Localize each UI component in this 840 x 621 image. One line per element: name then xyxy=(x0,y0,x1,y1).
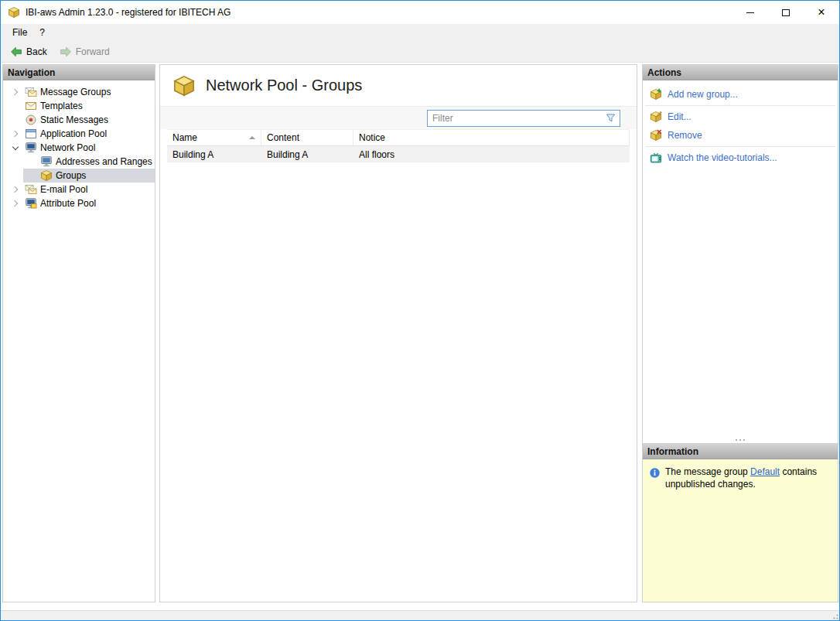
menubar: File? xyxy=(1,24,839,41)
nav-item-label: E-mail Pool xyxy=(40,184,87,195)
forward-label: Forward xyxy=(76,46,110,57)
nav-item-message-groups[interactable]: Message Groups xyxy=(3,85,155,99)
expand-icon[interactable] xyxy=(9,86,22,98)
column-header-content[interactable]: Content xyxy=(261,130,353,145)
expander-spacer xyxy=(25,169,37,182)
menu-file[interactable]: File xyxy=(6,24,33,41)
info-icon xyxy=(649,467,661,479)
nav-item-label: Templates xyxy=(40,101,83,111)
action-add-new-group[interactable]: Add new group... xyxy=(643,85,838,104)
statusbar xyxy=(1,610,839,620)
forward-arrow-icon xyxy=(60,46,72,58)
maximize-icon xyxy=(782,9,790,16)
information-message: The message group Default contains unpub… xyxy=(643,459,838,497)
column-header-name[interactable]: Name xyxy=(167,130,261,145)
nav-item-label: Network Pool xyxy=(40,142,95,153)
back-arrow-icon xyxy=(10,46,22,58)
resize-grip-icon[interactable] xyxy=(829,610,838,619)
nav-item-network-pool[interactable]: Network Pool xyxy=(3,141,155,155)
static-messages-icon xyxy=(25,114,37,126)
back-label: Back xyxy=(26,46,47,57)
information-text: The message group Default contains unpub… xyxy=(665,466,831,490)
cell-notice: All floors xyxy=(353,146,630,162)
expand-icon[interactable] xyxy=(9,197,22,210)
nav-item-addresses-and-ranges[interactable]: Addresses and Ranges xyxy=(3,155,155,169)
minimize-icon xyxy=(746,12,754,13)
actions-list: Add new group...Edit...RemoveWatch the v… xyxy=(643,80,838,167)
action-label: Remove xyxy=(668,130,702,141)
nav-item-e-mail-pool[interactable]: E-mail Pool xyxy=(3,183,155,196)
main-panel: Network Pool - Groups NameContentNotice … xyxy=(159,64,637,602)
information-panel-header: Information xyxy=(643,444,838,459)
expander-spacer xyxy=(9,114,22,126)
filter-input[interactable] xyxy=(432,111,605,126)
actions-panel: Actions Add new group...Edit...RemoveWat… xyxy=(642,64,838,444)
nav-item-attribute-pool[interactable]: Attribute Pool xyxy=(3,196,155,210)
action-label: Edit... xyxy=(668,111,691,122)
minimize-button[interactable] xyxy=(732,1,768,24)
forward-button[interactable]: Forward xyxy=(54,44,115,60)
nav-item-label: Message Groups xyxy=(40,87,111,97)
nav-item-label: Addresses and Ranges xyxy=(56,156,152,167)
nav-item-static-messages[interactable]: Static Messages xyxy=(3,113,155,127)
maximize-button[interactable] xyxy=(768,1,804,24)
edit-group-icon xyxy=(650,111,662,123)
cell-name: Building A xyxy=(167,146,261,162)
action-label: Add new group... xyxy=(668,89,738,100)
email-pool-icon xyxy=(25,183,37,196)
groups-icon xyxy=(40,169,53,182)
information-text-before: The message group xyxy=(665,466,750,477)
titlebar: IBI-aws Admin 1.23.0 - registered for IB… xyxy=(1,1,839,24)
application-pool-icon xyxy=(25,128,37,140)
table-body: Building ABuilding AAll floors xyxy=(167,146,630,162)
content-area: Navigation Message GroupsTemplatesStatic… xyxy=(1,63,839,610)
navigation-panel-header: Navigation xyxy=(3,65,155,80)
right-column: Actions Add new group...Edit...RemoveWat… xyxy=(642,64,838,602)
panel-splitter-handle[interactable] xyxy=(643,439,838,441)
default-group-link[interactable]: Default xyxy=(750,466,780,477)
nav-item-templates[interactable]: Templates xyxy=(3,99,155,113)
information-panel: Information The message group Default co… xyxy=(642,444,838,602)
add-group-icon xyxy=(650,88,662,101)
expand-icon[interactable] xyxy=(9,183,22,196)
message-groups-icon xyxy=(25,86,37,98)
back-button[interactable]: Back xyxy=(5,44,53,60)
action-edit[interactable]: Edit... xyxy=(643,107,838,126)
window-controls: × xyxy=(732,1,839,24)
video-tutorials-icon xyxy=(650,152,662,164)
nav-item-label: Application Pool xyxy=(40,128,107,139)
filter-bar xyxy=(160,106,637,129)
navigation-panel: Navigation Message GroupsTemplatesStatic… xyxy=(2,64,155,602)
nav-item-label: Static Messages xyxy=(40,114,108,125)
page-title: Network Pool - Groups xyxy=(206,77,362,94)
column-label: Notice xyxy=(359,132,385,143)
attribute-pool-icon xyxy=(25,197,37,210)
action-remove[interactable]: Remove xyxy=(643,126,838,145)
actions-panel-header: Actions xyxy=(643,65,838,80)
filter-funnel-icon[interactable] xyxy=(605,112,616,124)
groups-table: NameContentNotice Building ABuilding AAl… xyxy=(167,129,630,602)
nav-item-label: Attribute Pool xyxy=(40,198,96,209)
actions-divider xyxy=(645,146,835,147)
remove-group-icon xyxy=(650,129,662,142)
close-button[interactable]: × xyxy=(804,1,839,24)
templates-icon xyxy=(25,100,37,112)
expander-spacer xyxy=(25,155,37,168)
nav-item-application-pool[interactable]: Application Pool xyxy=(3,127,155,141)
cell-content: Building A xyxy=(261,146,353,162)
column-label: Content xyxy=(267,132,299,143)
page-header: Network Pool - Groups xyxy=(160,65,637,106)
nav-tree: Message GroupsTemplatesStatic MessagesAp… xyxy=(3,80,155,210)
app-cube-icon xyxy=(8,6,20,19)
actions-divider xyxy=(645,105,835,106)
expander-spacer xyxy=(9,100,22,112)
toolbar: Back Forward xyxy=(1,41,839,63)
nav-item-groups[interactable]: Groups xyxy=(3,169,155,183)
collapse-icon[interactable] xyxy=(9,142,22,154)
expand-icon[interactable] xyxy=(9,128,22,140)
action-watch-the-video-tutorials[interactable]: Watch the video-tutorials... xyxy=(643,148,838,167)
column-header-notice[interactable]: Notice xyxy=(353,130,630,145)
network-groups-icon xyxy=(172,74,196,97)
table-row[interactable]: Building ABuilding AAll floors xyxy=(167,146,630,162)
menu-help[interactable]: ? xyxy=(33,24,51,41)
